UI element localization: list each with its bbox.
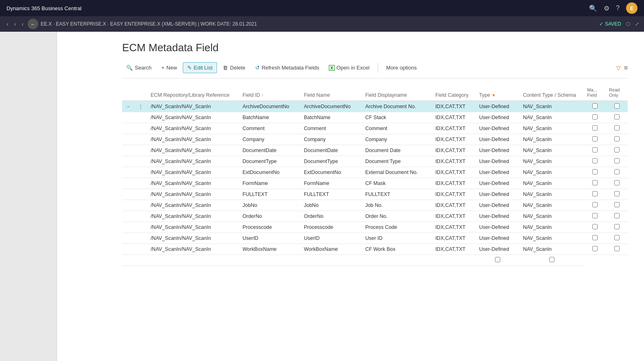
mandatory-checkbox[interactable] [592, 202, 598, 207]
table-row[interactable]: /NAV_ScanIn/NAV_ScanInDocumentDateDocume… [122, 145, 628, 156]
mandatory-checkbox[interactable] [592, 235, 598, 240]
cell-readonly[interactable] [606, 167, 628, 178]
cell-mandatory[interactable] [584, 189, 606, 200]
row-context-menu[interactable]: ⋮ [135, 101, 147, 112]
refresh-button[interactable]: ↺ Refresh Metadata Fields [251, 63, 324, 73]
cell-readonly[interactable] [606, 200, 628, 211]
readonly-checkbox[interactable] [614, 125, 620, 130]
readonly-checkbox[interactable] [614, 158, 620, 163]
open-excel-button[interactable]: X Open in Excel [325, 63, 373, 73]
row-context-menu[interactable] [135, 145, 147, 156]
readonly-checkbox[interactable] [614, 191, 620, 196]
table-row[interactable]: /NAV_ScanIn/NAV_ScanInWorkBoxNameWorkBox… [122, 244, 628, 255]
external-link-icon[interactable]: ⬡ [626, 21, 630, 27]
readonly-checkbox[interactable] [614, 246, 620, 251]
readonly-checkbox[interactable] [614, 147, 620, 152]
readonly-checkbox[interactable] [614, 202, 620, 207]
mandatory-checkbox[interactable] [592, 246, 598, 251]
readonly-checkbox[interactable] [614, 169, 620, 174]
cell-mandatory[interactable] [584, 178, 606, 189]
cell-readonly[interactable] [606, 156, 628, 167]
more-options-button[interactable]: More options [382, 63, 421, 73]
row-context-menu[interactable] [135, 112, 147, 123]
cell-readonly[interactable] [606, 101, 628, 112]
readonly-checkbox[interactable] [614, 103, 620, 109]
nav-prev-button[interactable]: ‹ [20, 19, 25, 29]
cell-mandatory[interactable] [584, 123, 606, 134]
cell-mandatory[interactable] [584, 233, 606, 244]
table-row[interactable]: /NAV_ScanIn/NAV_ScanInProcesscodeProcess… [122, 222, 628, 233]
nav-back-button[interactable]: ‹ [13, 19, 18, 29]
table-row[interactable]: →⋮/NAV_ScanIn/NAV_ScanInArchiveDocumentN… [122, 101, 628, 112]
cell-mandatory[interactable] [584, 211, 606, 222]
mandatory-checkbox[interactable] [592, 191, 598, 196]
readonly-checkbox[interactable] [614, 180, 620, 185]
table-row[interactable]: /NAV_ScanIn/NAV_ScanInCommentCommentComm… [122, 123, 628, 134]
back-button[interactable]: ← [28, 19, 38, 29]
cell-readonly[interactable] [606, 233, 628, 244]
readonly-checkbox[interactable] [614, 235, 620, 240]
cell-mandatory[interactable] [584, 200, 606, 211]
cell-mandatory[interactable] [584, 156, 606, 167]
readonly-checkbox[interactable] [614, 213, 620, 218]
cell-mandatory[interactable] [584, 112, 606, 123]
cell-readonly[interactable] [606, 123, 628, 134]
table-row[interactable]: /NAV_ScanIn/NAV_ScanInFormNameFormNameCF… [122, 178, 628, 189]
cell-readonly[interactable] [606, 244, 628, 255]
row-context-menu[interactable] [135, 233, 147, 244]
table-row[interactable]: /NAV_ScanIn/NAV_ScanInJobNoJobNoJob No.I… [122, 200, 628, 211]
delete-button[interactable]: 🗑 Delete [219, 63, 250, 73]
readonly-checkbox[interactable] [614, 224, 620, 229]
empty-mandatory-checkbox[interactable] [495, 257, 500, 262]
row-context-menu[interactable] [135, 178, 147, 189]
cell-mandatory[interactable] [584, 222, 606, 233]
user-avatar[interactable]: E [626, 2, 637, 14]
mandatory-checkbox[interactable] [592, 180, 598, 185]
cell-readonly[interactable] [606, 112, 628, 123]
row-context-menu[interactable] [135, 167, 147, 178]
mandatory-checkbox[interactable] [592, 169, 598, 174]
cell-mandatory[interactable] [584, 134, 606, 145]
help-icon[interactable]: ? [616, 4, 620, 12]
list-view-icon[interactable]: ≡ [624, 64, 628, 72]
mandatory-checkbox[interactable] [592, 114, 598, 120]
readonly-checkbox[interactable] [614, 114, 620, 120]
cell-readonly[interactable] [606, 211, 628, 222]
settings-icon[interactable]: ⚙ [604, 4, 609, 12]
table-row[interactable]: /NAV_ScanIn/NAV_ScanInBatchNameBatchName… [122, 112, 628, 123]
cell-readonly[interactable] [606, 178, 628, 189]
row-context-menu[interactable] [135, 156, 147, 167]
filter-icon[interactable]: ▽ [616, 65, 621, 71]
table-row[interactable]: /NAV_ScanIn/NAV_ScanInExtDocumentNoExtDo… [122, 167, 628, 178]
mandatory-checkbox[interactable] [592, 158, 598, 163]
row-context-menu[interactable] [135, 134, 147, 145]
cell-readonly[interactable] [606, 134, 628, 145]
cell-mandatory[interactable] [584, 145, 606, 156]
th-fieldid[interactable]: Field ID ↑ [239, 85, 301, 101]
new-button[interactable]: + New [157, 63, 181, 73]
row-context-menu[interactable] [135, 200, 147, 211]
readonly-checkbox[interactable] [614, 136, 620, 141]
mandatory-checkbox[interactable] [592, 103, 598, 109]
table-row[interactable]: /NAV_ScanIn/NAV_ScanInOrderNoOrderNoOrde… [122, 211, 628, 222]
row-context-menu[interactable] [135, 211, 147, 222]
th-type[interactable]: Type ▼ [476, 85, 520, 101]
cell-mandatory[interactable] [584, 167, 606, 178]
table-row[interactable]: /NAV_ScanIn/NAV_ScanInCompanyCompanyComp… [122, 134, 628, 145]
empty-readonly-checkbox[interactable] [549, 257, 554, 262]
nav-back-back-button[interactable]: ‹ [5, 19, 10, 29]
mandatory-checkbox[interactable] [592, 136, 598, 141]
table-row[interactable]: /NAV_ScanIn/NAV_ScanInFULLTEXTFULLTEXTFU… [122, 189, 628, 200]
row-context-menu[interactable] [135, 123, 147, 134]
mandatory-checkbox[interactable] [592, 147, 598, 152]
cell-readonly[interactable] [606, 145, 628, 156]
cell-mandatory[interactable] [584, 101, 606, 112]
mandatory-checkbox[interactable] [592, 125, 598, 130]
expand-icon[interactable]: ⤢ [635, 21, 639, 27]
cell-readonly[interactable] [606, 222, 628, 233]
mandatory-checkbox[interactable] [592, 224, 598, 229]
row-context-menu[interactable] [135, 189, 147, 200]
mandatory-checkbox[interactable] [592, 213, 598, 218]
search-button[interactable]: 🔍 Search [122, 63, 156, 73]
cell-readonly[interactable] [606, 189, 628, 200]
